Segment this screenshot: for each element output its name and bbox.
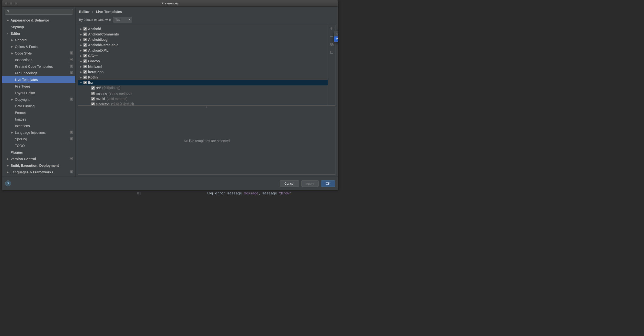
template-group-row[interactable]: ▶html/xml: [78, 64, 328, 69]
sidebar-item[interactable]: File and Code Templates: [2, 63, 75, 70]
template-group-row[interactable]: ▶AndroidXML: [78, 48, 328, 53]
sidebar-item[interactable]: Emmet: [2, 109, 75, 116]
template-group-row[interactable]: ▶AndroidComments: [78, 31, 328, 37]
group-checkbox[interactable]: [84, 65, 87, 68]
sidebar-item[interactable]: TODO: [2, 142, 75, 149]
template-row[interactable]: mvoid(void method): [78, 96, 328, 101]
sidebar-item[interactable]: Layout Editor: [2, 89, 75, 96]
project-overlay-icon: [69, 64, 74, 68]
search-box[interactable]: [5, 9, 73, 15]
sidebar-item[interactable]: Plugins: [2, 149, 75, 156]
settings-tree[interactable]: ▶Appearance & BehaviorKeymap▼Editor▶Gene…: [2, 16, 75, 177]
svg-rect-15: [70, 138, 72, 140]
group-checkbox[interactable]: [84, 59, 87, 63]
remove-button[interactable]: [329, 34, 334, 39]
svg-rect-3: [70, 52, 72, 54]
svg-point-0: [7, 10, 8, 12]
sidebar-item[interactable]: File Types: [2, 83, 75, 89]
template-group-row[interactable]: ▶iterations: [78, 69, 328, 75]
copy-button[interactable]: [329, 42, 334, 47]
sidebar-item[interactable]: Images: [2, 116, 75, 122]
group-checkbox[interactable]: [84, 54, 87, 57]
group-checkbox[interactable]: [84, 38, 87, 41]
template-checkbox[interactable]: [91, 86, 95, 90]
template-group-row[interactable]: ▶AndroidLog: [78, 37, 328, 42]
sidebar-item[interactable]: ▶General: [2, 37, 75, 43]
popup-item-live-template[interactable]: 1. Live Template: [334, 31, 338, 36]
sidebar-item[interactable]: ▶Languages & Frameworks: [2, 169, 75, 175]
sidebar-item[interactable]: Spelling: [2, 136, 75, 142]
chevron-right-icon: ▶: [11, 45, 14, 48]
chevron-right-icon: ›: [91, 9, 95, 14]
template-group-row[interactable]: ▶Groovy: [78, 58, 328, 64]
project-overlay-icon: [69, 71, 74, 75]
template-label: mstring: [96, 91, 107, 95]
group-label: AndroidLog: [88, 38, 108, 41]
sidebar-item[interactable]: Live Templates: [2, 76, 75, 83]
template-row[interactable]: singleton(快速创建单例): [78, 101, 328, 105]
sidebar-item[interactable]: ▶Copyright: [2, 96, 75, 103]
svg-rect-7: [70, 65, 72, 67]
svg-line-1: [8, 12, 9, 12]
sidebar-item[interactable]: ▶Code Style: [2, 50, 75, 56]
group-checkbox[interactable]: [84, 32, 87, 36]
detail-placeholder-text: No live templates are selected: [184, 139, 230, 143]
template-label: singleton: [96, 102, 110, 105]
template-toolbar: 1. Live Template 2. Template Group...: [328, 25, 335, 105]
template-row[interactable]: ddf(创建dialog): [78, 85, 328, 91]
sidebar-item[interactable]: File Encodings: [2, 70, 75, 76]
sidebar-item[interactable]: ▶Language Injections: [2, 129, 75, 136]
group-checkbox[interactable]: [84, 81, 87, 84]
ok-button[interactable]: OK: [321, 180, 335, 187]
code-field-1: message: [244, 191, 258, 195]
dialog-footer: ? Cancel Apply OK: [2, 177, 338, 190]
expand-with-select[interactable]: Tab: [113, 17, 132, 22]
template-checkbox[interactable]: [91, 92, 95, 95]
sidebar-item[interactable]: Intentions: [2, 122, 75, 129]
sidebar-item-label: File Encodings: [15, 71, 69, 75]
template-checkbox[interactable]: [91, 97, 95, 100]
search-input[interactable]: [10, 10, 71, 14]
template-row[interactable]: mstring(string method): [78, 91, 328, 96]
sidebar-item[interactable]: ▼Editor: [2, 30, 75, 37]
sidebar-item[interactable]: ▶Version Control: [2, 156, 75, 162]
help-button[interactable]: ?: [5, 180, 11, 186]
sidebar-item[interactable]: ▶Appearance & Behavior: [2, 17, 75, 23]
svg-rect-19: [70, 171, 72, 173]
group-checkbox[interactable]: [84, 49, 87, 52]
template-checkbox[interactable]: [91, 102, 95, 105]
apply-button[interactable]: Apply: [302, 180, 319, 187]
group-label: Kotlin: [88, 75, 98, 79]
group-checkbox[interactable]: [84, 75, 87, 79]
project-overlay-icon: [69, 58, 74, 62]
sidebar-item[interactable]: Inspections: [2, 56, 75, 63]
template-group-row[interactable]: ▶C/C++: [78, 53, 328, 58]
sidebar-item-label: Appearance & Behavior: [10, 18, 69, 22]
svg-rect-11: [70, 98, 72, 100]
add-button[interactable]: [329, 26, 334, 31]
popup-item-template-group[interactable]: 2. Template Group...: [334, 36, 338, 41]
group-checkbox[interactable]: [84, 70, 87, 74]
breadcrumb-root[interactable]: Editor: [79, 9, 90, 14]
sidebar: ▶Appearance & BehaviorKeymap▼Editor▶Gene…: [2, 6, 76, 177]
template-group-row[interactable]: ▶AndroidParcelable: [78, 42, 328, 48]
sidebar-item[interactable]: Keymap: [2, 23, 75, 30]
sidebar-item-label: Version Control: [10, 157, 69, 161]
template-tree[interactable]: ▶Android▶AndroidComments▶AndroidLog▶Andr…: [78, 25, 328, 105]
svg-rect-21: [331, 44, 333, 46]
sidebar-item[interactable]: ▶Build, Execution, Deployment: [2, 162, 75, 169]
sidebar-item[interactable]: Data Binding: [2, 103, 75, 109]
template-group-row[interactable]: ▼lhz: [78, 80, 328, 85]
project-overlay-icon: [69, 170, 74, 174]
detail-placeholder: No live templates are selected: [78, 107, 336, 175]
restore-button[interactable]: [329, 50, 334, 55]
group-checkbox[interactable]: [84, 27, 87, 30]
window-title: Preferences: [2, 1, 338, 5]
sidebar-item-label: Colors & Fonts: [15, 45, 69, 49]
template-group-row[interactable]: ▶Android: [78, 26, 328, 31]
cancel-button[interactable]: Cancel: [280, 180, 299, 187]
sidebar-item[interactable]: ▶Colors & Fonts: [2, 43, 75, 50]
group-checkbox[interactable]: [84, 43, 87, 47]
group-label: Android: [88, 27, 101, 31]
template-group-row[interactable]: ▶Kotlin: [78, 75, 328, 80]
